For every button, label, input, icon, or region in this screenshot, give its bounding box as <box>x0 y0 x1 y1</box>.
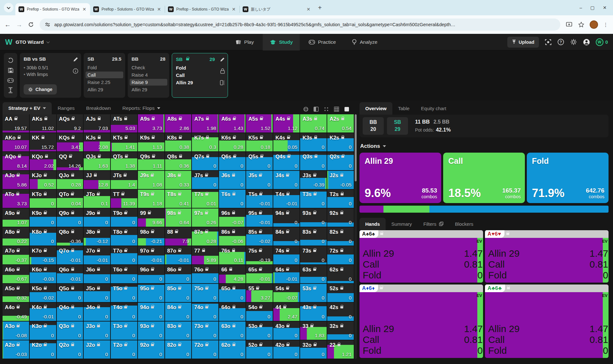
matrix-cell-86s[interactable]: 86s-0.06 <box>219 227 246 246</box>
matrix-cell-32o[interactable]: 32o0 <box>300 340 327 359</box>
matrix-cell-83s[interactable]: 83s0 <box>300 227 327 246</box>
brand-name[interactable]: GTO Wizard <box>16 39 44 45</box>
matrix-cell-K3o[interactable]: K3o0 <box>30 322 56 340</box>
matrix-cell-AQs[interactable]: AQs9.2 <box>57 114 83 133</box>
matrix-cell-AJs[interactable]: AJs7.03 <box>84 114 110 133</box>
node-option-call[interactable]: Call <box>86 72 123 78</box>
matrix-cell-AQo[interactable]: AQo8.14 <box>3 152 29 170</box>
contrast-view-icon[interactable] <box>314 107 319 112</box>
matrix-cell-99[interactable]: 999.66 <box>138 209 164 227</box>
matrix-cell-ATo[interactable]: ATo3.73 <box>3 190 29 208</box>
node-option-raise-9[interactable]: Raise 9 <box>130 79 167 86</box>
matrix-cell-87s[interactable]: 87s0.28 <box>192 227 218 246</box>
matrix-cell-44[interactable]: 442.47 <box>273 303 300 321</box>
matrix-cell-JJ[interactable]: JJ12.8 <box>84 171 110 189</box>
matrix-cell-KQo[interactable]: KQo2.02 <box>30 152 56 170</box>
matrix-cell-Q8o[interactable]: Q8o-0.36 <box>57 227 83 246</box>
matrix-cell-98o[interactable]: 98o-0.21 <box>138 227 164 246</box>
matrix-cell-Q6o[interactable]: Q6o-0.01 <box>57 265 83 283</box>
matrix-cell-K5o[interactable]: K5o-0.02 <box>30 284 56 302</box>
lock-outline-icon[interactable] <box>220 68 225 74</box>
bookmark-star-icon[interactable] <box>578 21 585 28</box>
edit-pencil-icon[interactable] <box>73 57 78 62</box>
matrix-cell-KK[interactable]: KK15.72 <box>30 133 56 151</box>
matrix-cell-JTs[interactable]: JTs1.4 <box>111 171 137 189</box>
matrix-cell-A4o[interactable]: A4o-0.49 <box>3 303 29 321</box>
matrix-cell-A9o[interactable]: A9o1.07 <box>3 209 29 227</box>
matrix-cell-T7o[interactable]: T7o0 <box>111 246 137 264</box>
overview-tab-overview[interactable]: Overview <box>359 102 392 115</box>
node-option-call[interactable]: Call <box>174 72 217 79</box>
matrix-cell-KQs[interactable]: KQs3.41 <box>57 133 83 151</box>
reset-icon[interactable] <box>7 57 14 64</box>
maximize-button[interactable]: ▢ <box>590 5 594 10</box>
matrix-cell-Q9o[interactable]: Q9o0 <box>57 209 83 227</box>
info-icon[interactable] <box>73 68 78 74</box>
nav-item-play[interactable]: Play <box>229 34 261 50</box>
matrix-cell-76o[interactable]: 76o0 <box>192 265 218 283</box>
node-option-check[interactable]: Check <box>130 64 167 71</box>
help-icon[interactable]: ? <box>557 39 564 46</box>
browser-tab-4[interactable]: W新しいタブ✕ <box>239 3 314 15</box>
new-tab-button[interactable]: + <box>314 4 326 11</box>
hand-card-A6[interactable]: A♥6♥EVAllin 291.47Call0.81Fold0 <box>485 230 609 283</box>
reload-button[interactable] <box>27 21 34 28</box>
matrix-cell-J4s[interactable]: J4s0 <box>273 171 300 189</box>
matrix-cell-A3o[interactable]: A3o-0.08 <box>3 322 29 340</box>
forward-button[interactable]: → <box>16 21 22 28</box>
nav-item-analyze[interactable]: Analyze <box>345 34 384 50</box>
matrix-cell-TT[interactable]: TT11.39 <box>111 190 137 208</box>
matrix-cell-J6o[interactable]: J6o0 <box>84 265 110 283</box>
hands-tab-summary[interactable]: Summary <box>386 218 418 230</box>
matrix-cell-JTo[interactable]: JTo0.1 <box>84 190 110 208</box>
browser-menu-icon[interactable]: ⋮ <box>603 22 609 28</box>
matrix-cell-J4o[interactable]: J4o0 <box>84 303 110 321</box>
matrix-cell-KJs[interactable]: KJs2.08 <box>84 133 110 151</box>
matrix-cell-A3s[interactable]: A3s0.74 <box>300 114 327 133</box>
address-bar[interactable]: app.gtowizard.com/solutions?solution_typ… <box>40 19 560 31</box>
matrix-cell-A5s[interactable]: A5s1.52 <box>246 114 273 133</box>
matrix-cell-43s[interactable]: 43s0 <box>300 303 327 321</box>
account-icon[interactable] <box>583 39 590 46</box>
node-option-allin-29[interactable]: Allin 29 <box>174 79 217 86</box>
matrix-cell-A6s[interactable]: A6s1.43 <box>219 114 246 133</box>
matrix-cell-52s[interactable]: 52s0 <box>327 284 354 302</box>
matrix-cell-K5s[interactable]: K5s0.18 <box>246 133 273 151</box>
matrix-cell-Q5o[interactable]: Q5o0 <box>57 284 83 302</box>
matrix-cell-33[interactable]: 331.83 <box>300 322 327 340</box>
matrix-cell-Q5s[interactable]: Q5s0 <box>246 152 273 170</box>
matrix-cell-Q2o[interactable]: Q2o0 <box>57 340 83 359</box>
matrix-cell-65s[interactable]: 65s-0.01 <box>246 265 273 283</box>
browser-tab-3[interactable]: WPreflop - Solutions - GTO Wizar✕ <box>165 3 239 15</box>
matrix-cell-96o[interactable]: 96o0 <box>138 265 164 283</box>
stack-depth-icon[interactable] <box>7 87 14 94</box>
matrix-cell-Q6s[interactable]: Q6s0 <box>219 152 246 170</box>
matrix-cell-K8s[interactable]: K8s0.38 <box>165 133 192 151</box>
matrix-cell-J2o[interactable]: J2o0 <box>84 340 110 359</box>
action-node-2[interactable]: BB28CheckRaise 4Raise 9Allin 29 <box>128 53 169 98</box>
matrix-cell-87o[interactable]: 87o-0.01 <box>165 246 192 264</box>
matrix-cell-83o[interactable]: 83o0 <box>165 322 192 340</box>
overview-tab-equity-chart[interactable]: Equity chart <box>415 102 452 115</box>
close-window-button[interactable]: ✕ <box>603 5 607 10</box>
matrix-cell-86o[interactable]: 86o0 <box>165 265 192 283</box>
matrix-cell-82s[interactable]: 82s0 <box>327 227 354 246</box>
node-option-fold[interactable]: Fold <box>86 64 123 71</box>
settings-gear-icon[interactable] <box>570 39 577 46</box>
matrix-cell-T4s[interactable]: T4s-0.01 <box>273 190 300 208</box>
matrix-cell-J3s[interactable]: J3s-0.39 <box>300 171 327 189</box>
matrix-cell-74s[interactable]: 74s0 <box>273 246 300 264</box>
matrix-cell-75o[interactable]: 75o0 <box>192 284 218 302</box>
matrix-cell-T8s[interactable]: T8s0.41 <box>165 190 192 208</box>
matrix-cell-94s[interactable]: 94s0 <box>273 209 300 227</box>
matrix-cell-A2s[interactable]: A2s0.54 <box>327 114 354 133</box>
matrix-cell-88[interactable]: 887.9 <box>165 227 192 246</box>
matrix-cell-72o[interactable]: 72o0 <box>192 340 218 359</box>
matrix-cell-K9o[interactable]: K9o0 <box>30 209 56 227</box>
action-node-3[interactable]: SB29FoldCallAllin 29 <box>172 53 228 98</box>
browser-tab-2[interactable]: WPreflop - Solutions - GTO Wizar✕ <box>90 3 165 15</box>
matrix-cell-J5o[interactable]: J5o0 <box>84 284 110 302</box>
save-icon[interactable] <box>7 67 14 74</box>
matrix-tab-ranges[interactable]: Ranges <box>52 102 80 114</box>
matrix-cell-92o[interactable]: 92o0 <box>138 340 164 359</box>
